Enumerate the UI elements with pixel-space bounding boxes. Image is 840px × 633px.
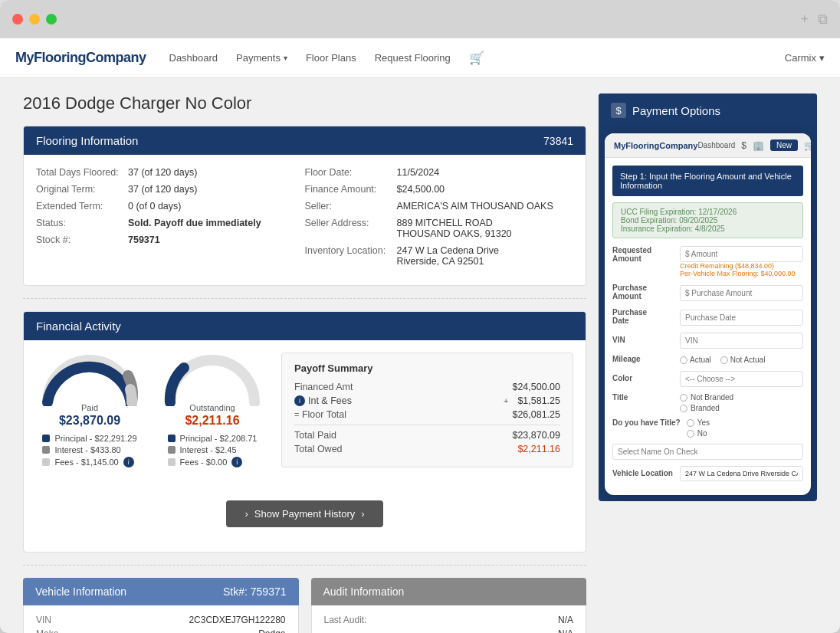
brand-logo[interactable]: MyFlooringCompany [15, 50, 146, 66]
info-row-days-floored: Total Days Floored: 37 (of 120 days) [36, 167, 290, 178]
app-window: + ⧉ MyFlooringCompany Dashboard Payments… [0, 0, 840, 633]
mac-chrome-right: + ⧉ [800, 11, 828, 28]
nav-request-flooring[interactable]: Request Flooring [375, 52, 451, 64]
title-branded[interactable]: Branded [680, 404, 733, 412]
cart-icon[interactable]: 🛒 [469, 51, 484, 65]
audit-row-second: N/A [324, 628, 574, 633]
nav-payments[interactable]: Payments ▾ [236, 52, 287, 64]
purchase-date-input[interactable] [680, 310, 803, 326]
close-button[interactable] [12, 14, 23, 25]
mobile-building-icon[interactable]: 🏢 [753, 140, 764, 151]
legend-item-interest-out: Interest - $2.45 [168, 445, 258, 454]
mobile-mockup: MyFlooringCompany Dashboard $ 🏢 New 🛒 [605, 133, 811, 495]
info-row-extended-term: Extended Term: 0 (of 0 days) [36, 201, 290, 212]
payment-options-card: $ Payment Options MyFlooringCompany Dash… [599, 93, 817, 501]
info-row-status: Status: Sold. Payoff due immediately [36, 218, 290, 228]
financial-activity-card: Financial Activity [23, 311, 586, 553]
nav-dashboard[interactable]: Dashboard [169, 52, 218, 64]
maximize-button[interactable] [46, 14, 57, 25]
vin-input[interactable] [680, 333, 803, 349]
legend-dot-blue-2 [168, 435, 176, 442]
legend-item-interest-paid: Interest - $433.80 [42, 445, 136, 454]
outstanding-legend: Principal - $2,208.71 Interest - $2.45 F… [168, 434, 258, 470]
legend-dot-gray-2 [168, 446, 176, 454]
new-tab-icon[interactable]: + [800, 11, 809, 28]
paid-amount: $23,870.09 [59, 414, 120, 428]
mobile-nav: Dashboard $ 🏢 New 🛒 [697, 139, 811, 151]
mileage-label: Mileage [612, 355, 674, 363]
have-title-yes[interactable]: Yes [687, 418, 710, 427]
legend-item-principal-out: Principal - $2,208.71 [168, 434, 258, 443]
financial-activity-header: Financial Activity [24, 312, 586, 340]
mobile-nav-dashboard[interactable]: Dashboard [697, 141, 735, 149]
outstanding-label: Outstanding [189, 403, 235, 412]
nav-floor-plans[interactable]: Floor Plans [306, 52, 356, 64]
audit-info-body: Last Audit: N/A N/A [311, 605, 587, 633]
payoff-summary-title: Payoff Summary [294, 362, 560, 374]
info-row-floor-date: Floor Date: 11/5/2024 [305, 167, 559, 178]
fees-out-info-icon[interactable]: i [231, 457, 242, 467]
legend-item-fees-out: Fees - $0.00 i [168, 457, 258, 467]
have-title-label: Do you have Title? [612, 418, 681, 427]
mobile-dollar-icon[interactable]: $ [741, 140, 746, 151]
requested-amount-input[interactable] [680, 246, 803, 262]
mobile-form-group-color: Color <-- Choose --> [612, 371, 803, 387]
bottom-cards: Vehicle Information Stk#: 759371 VIN 2C3… [23, 578, 586, 633]
mobile-alert: UCC Filing Expiration: 12/17/2026 Bond E… [612, 202, 803, 238]
mileage-not-actual-option[interactable]: Not Actual [720, 356, 766, 364]
mobile-cart-icon[interactable]: 🛒 [804, 140, 811, 151]
legend-dot-blue [42, 435, 50, 442]
financial-activity-body: Paid $23,870.09 Principal - $22,291.29 I… [24, 340, 586, 482]
purchase-amount-input[interactable] [680, 285, 803, 301]
minimize-button[interactable] [29, 14, 40, 25]
main-nav: Dashboard Payments ▾ Floor Plans Request… [169, 51, 762, 65]
show-payment-history-button[interactable]: › Show Payment History › [226, 500, 382, 527]
purchase-date-label: PurchaseDate [612, 308, 674, 325]
mileage-actual-radio[interactable] [680, 356, 687, 364]
mobile-new-button[interactable]: New [770, 139, 798, 151]
vehicle-info-card: Vehicle Information Stk#: 759371 VIN 2C3… [23, 578, 299, 633]
title-branded-radio[interactable] [680, 405, 687, 412]
name-on-check-input[interactable] [612, 444, 803, 460]
title-not-branded-radio[interactable] [680, 394, 687, 402]
vehicle-location-input[interactable] [680, 466, 803, 481]
mobile-form-group-vin: VIN [612, 333, 803, 349]
mobile-brand: MyFlooringCompany [614, 141, 697, 150]
copy-window-icon[interactable]: ⧉ [818, 11, 828, 28]
fees-info-icon[interactable]: i [123, 457, 134, 467]
mobile-form-group-name-check [612, 444, 803, 460]
navbar: MyFlooringCompany Dashboard Payments ▾ F… [0, 38, 840, 78]
have-title-no-radio[interactable] [687, 430, 694, 438]
mobile-form-body: Step 1: Input the Flooring Amount and Ve… [605, 158, 811, 495]
have-title-yes-radio[interactable] [687, 419, 694, 427]
int-fees-info-icon[interactable]: i [294, 395, 305, 406]
requested-amount-label: RequestedAmount [612, 246, 674, 263]
mobile-form-group-mileage: Mileage Actual [612, 355, 803, 365]
title-not-branded[interactable]: Not Branded [680, 393, 733, 402]
outstanding-gauge-svg [162, 353, 262, 406]
info-row-seller-address: Seller Address: 889 MITCHELL ROADTHOUSAN… [305, 218, 559, 239]
mileage-not-actual-radio[interactable] [720, 356, 728, 364]
purchase-amount-label: PurchaseAmount [612, 284, 674, 300]
vehicle-info-title: Vehicle Information [35, 585, 126, 598]
title-checkbox-group: Not Branded Branded [680, 393, 733, 412]
vehicle-row-make: Make Dodge [36, 628, 286, 633]
paid-legend: Principal - $22,291.29 Interest - $433.8… [42, 434, 136, 470]
navbar-right: Carmix ▾ [785, 52, 825, 64]
have-title-checkbox-group: Yes No [687, 418, 710, 438]
flooring-info-left: Total Days Floored: 37 (of 120 days) Ori… [36, 167, 305, 273]
mobile-form-group-title: Title Not Branded [612, 393, 803, 412]
dollar-icon: $ [611, 103, 626, 118]
color-label: Color [612, 374, 674, 382]
legend-item-fees-paid: Fees - $1,145.00 i [42, 457, 136, 467]
mileage-actual-option[interactable]: Actual [680, 356, 711, 364]
vehicle-row-vin: VIN 2C3CDXEJ7GH122280 [36, 615, 286, 625]
mobile-header: MyFlooringCompany Dashboard $ 🏢 New 🛒 [605, 133, 811, 158]
color-select[interactable]: <-- Choose --> [680, 371, 803, 387]
user-menu[interactable]: Carmix ▾ [785, 52, 825, 64]
main-content: 2016 Dodge Charger No Color Flooring Inf… [0, 78, 840, 633]
have-title-no[interactable]: No [687, 429, 710, 438]
vin-label: VIN [612, 336, 674, 344]
payoff-row-floor-total: = Floor Total $26,081.25 [294, 409, 560, 420]
payoff-row-total-paid: Total Paid $23,870.09 [294, 430, 560, 441]
